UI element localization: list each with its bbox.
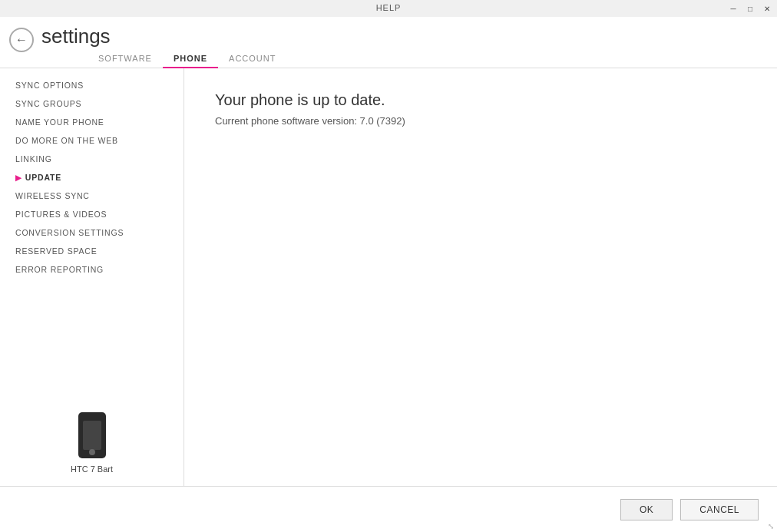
phone-preview: HTC 7 Bart [0,412,184,486]
update-status-title: Your phone is up to date. [215,91,746,109]
sidebar: SYNC OPTIONS SYNC GROUPS NAME YOUR PHONE… [0,68,184,486]
update-status-subtitle: Current phone software version: 7.0 (739… [215,115,746,127]
close-button[interactable]: ✕ [759,2,775,15]
tab-phone[interactable]: PHONE [163,51,218,68]
sidebar-nav: SYNC OPTIONS SYNC GROUPS NAME YOUR PHONE… [0,76,184,279]
tab-bar: SOFTWARE PHONE ACCOUNT [41,51,286,68]
sidebar-item-linking[interactable]: LINKING [0,150,184,168]
back-button[interactable] [9,28,34,52]
sidebar-item-wireless-sync[interactable]: WIRELESS SYNC [0,187,184,205]
help-link[interactable]: HELP [376,3,402,12]
phone-icon [78,412,106,458]
sidebar-item-sync-groups[interactable]: SYNC GROUPS [0,94,184,113]
active-arrow-icon: ▶ [15,173,22,182]
page-title: settings [41,26,286,46]
main-window: settings SOFTWARE PHONE ACCOUNT SYNC OPT… [0,17,777,532]
tab-software[interactable]: SOFTWARE [88,51,163,68]
phone-name: HTC 7 Bart [71,464,113,474]
minimize-button[interactable]: ─ [725,2,742,15]
sidebar-item-sync-options[interactable]: SYNC OPTIONS [0,76,184,94]
header-text: settings SOFTWARE PHONE ACCOUNT [41,26,286,68]
sidebar-item-error-reporting[interactable]: ERROR REPORTING [0,260,184,279]
sidebar-item-reserved-space[interactable]: RESERVED SPACE [0,242,184,260]
window-controls: ─ □ ✕ [725,2,775,15]
tab-account[interactable]: ACCOUNT [218,51,286,68]
sidebar-item-name-your-phone[interactable]: NAME YOUR PHONE [0,113,184,131]
sidebar-item-conversion-settings[interactable]: CONVERSION SETTINGS [0,223,184,242]
sidebar-item-update[interactable]: ▶ UPDATE [0,168,184,187]
title-bar: HELP ─ □ ✕ [0,0,777,17]
maximize-button[interactable]: □ [742,2,759,15]
header: settings SOFTWARE PHONE ACCOUNT [0,17,777,68]
sidebar-item-do-more-on-web[interactable]: DO MORE ON THE WEB [0,131,184,150]
resize-handle[interactable]: ⤡ [768,522,774,530]
sidebar-item-pictures-videos[interactable]: PICTURES & VIDEOS [0,205,184,223]
bottom-bar: OK CANCEL [0,486,777,532]
cancel-button[interactable]: CANCEL [680,499,759,520]
ok-button[interactable]: OK [620,499,673,520]
content-area: SYNC OPTIONS SYNC GROUPS NAME YOUR PHONE… [0,68,777,486]
main-panel: Your phone is up to date. Current phone … [184,68,777,486]
